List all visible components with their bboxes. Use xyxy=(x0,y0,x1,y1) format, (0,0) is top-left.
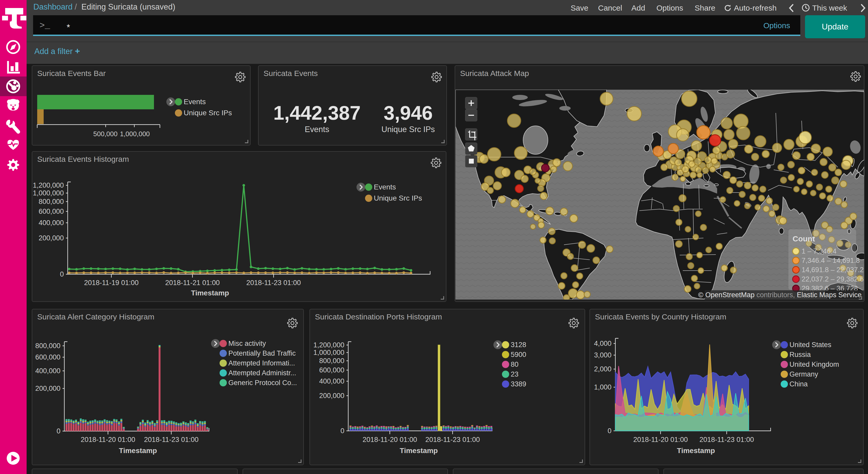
svg-text:4,000: 4,000 xyxy=(594,339,612,347)
svg-text:0: 0 xyxy=(57,427,60,435)
svg-text:3,946: 3,946 xyxy=(383,102,433,124)
svg-text:1,000,000: 1,000,000 xyxy=(120,130,150,138)
svg-text:Events: Events xyxy=(374,183,396,191)
svg-text:Unique Src IPs: Unique Src IPs xyxy=(374,194,422,202)
svg-text:Unique Src IPs: Unique Src IPs xyxy=(184,109,232,117)
svg-text:400,000: 400,000 xyxy=(35,367,60,375)
svg-text:1,200,000: 1,200,000 xyxy=(33,181,64,189)
svg-text:Attempted Informati...: Attempted Informati... xyxy=(228,359,295,367)
svg-text:7,346.4 – 14,691.8: 7,346.4 – 14,691.8 xyxy=(802,257,860,264)
svg-text:2018-11-20 01:00: 2018-11-20 01:00 xyxy=(363,436,417,444)
svg-text:800,000: 800,000 xyxy=(38,198,64,205)
svg-text:Events: Events xyxy=(184,98,206,106)
svg-text:1,442,387: 1,442,387 xyxy=(273,102,361,124)
svg-text:800,000: 800,000 xyxy=(319,357,344,365)
svg-text:2018-11-20 01:00: 2018-11-20 01:00 xyxy=(633,436,688,444)
svg-text:200,000: 200,000 xyxy=(35,385,60,392)
svg-text:2018-11-20 01:00: 2018-11-20 01:00 xyxy=(81,436,135,444)
svg-text:0: 0 xyxy=(608,427,612,435)
svg-text:200,000: 200,000 xyxy=(319,392,344,399)
svg-text:0: 0 xyxy=(60,270,64,278)
svg-text:Timestamp: Timestamp xyxy=(677,447,715,455)
svg-text:1,000: 1,000 xyxy=(594,383,612,391)
svg-text:14,691.8 – 22,037.2: 14,691.8 – 22,037.2 xyxy=(802,266,864,274)
svg-text:2018-11-23 01:00: 2018-11-23 01:00 xyxy=(144,436,198,444)
svg-text:1 – 7,346.4: 1 – 7,346.4 xyxy=(802,247,836,255)
svg-text:Potentially Bad Traffic: Potentially Bad Traffic xyxy=(228,349,296,357)
svg-text:Events: Events xyxy=(305,125,330,134)
svg-text:2,000: 2,000 xyxy=(594,365,612,373)
svg-text:80: 80 xyxy=(511,360,519,368)
svg-text:23: 23 xyxy=(511,371,519,378)
svg-text:600,000: 600,000 xyxy=(35,353,60,361)
svg-text:2018-11-19 01:00: 2018-11-19 01:00 xyxy=(84,279,138,287)
svg-text:3128: 3128 xyxy=(511,341,526,349)
svg-text:2018-11-23 01:00: 2018-11-23 01:00 xyxy=(425,436,480,444)
svg-text:3389: 3389 xyxy=(511,380,526,388)
svg-text:Misc activity: Misc activity xyxy=(228,339,266,347)
svg-text:2018-11-23 01:00: 2018-11-23 01:00 xyxy=(699,436,754,444)
svg-text:1,000,000: 1,000,000 xyxy=(313,349,344,356)
svg-text:22,037.2 – 29,382.6: 22,037.2 – 29,382.6 xyxy=(802,275,864,283)
svg-text:200,000: 200,000 xyxy=(38,234,64,242)
svg-text:United Kingdom: United Kingdom xyxy=(789,360,839,368)
svg-text:United States: United States xyxy=(789,341,831,349)
svg-text:Russia: Russia xyxy=(789,351,811,358)
svg-text:© OpenStreetMap contributors,: © OpenStreetMap contributors, Elastic Ma… xyxy=(698,291,862,299)
svg-text:2018-11-23 01:00: 2018-11-23 01:00 xyxy=(246,279,301,287)
svg-text:Timestamp: Timestamp xyxy=(400,447,438,455)
svg-text:Attempted Administr...: Attempted Administr... xyxy=(228,369,296,377)
svg-text:600,000: 600,000 xyxy=(38,208,64,215)
svg-text:Generic Protocol Co...: Generic Protocol Co... xyxy=(228,379,297,387)
svg-text:1,200,000: 1,200,000 xyxy=(313,341,344,349)
svg-text:2018-11-21 01:00: 2018-11-21 01:00 xyxy=(165,279,220,287)
svg-text:800,000: 800,000 xyxy=(35,342,60,350)
svg-text:500,000: 500,000 xyxy=(93,130,118,138)
svg-text:Unique Src IPs: Unique Src IPs xyxy=(381,125,435,134)
svg-text:China: China xyxy=(789,380,808,388)
svg-text:0: 0 xyxy=(340,427,344,435)
svg-text:5900: 5900 xyxy=(511,351,526,358)
svg-text:Timestamp: Timestamp xyxy=(191,289,229,297)
svg-text:600,000: 600,000 xyxy=(319,366,344,374)
svg-text:Germany: Germany xyxy=(789,371,818,378)
svg-text:Timestamp: Timestamp xyxy=(119,447,157,455)
svg-text:Count: Count xyxy=(793,234,815,243)
svg-text:400,000: 400,000 xyxy=(38,219,64,227)
svg-text:1,000,000: 1,000,000 xyxy=(33,189,64,197)
svg-text:3,000: 3,000 xyxy=(594,351,612,359)
svg-text:400,000: 400,000 xyxy=(319,377,344,385)
